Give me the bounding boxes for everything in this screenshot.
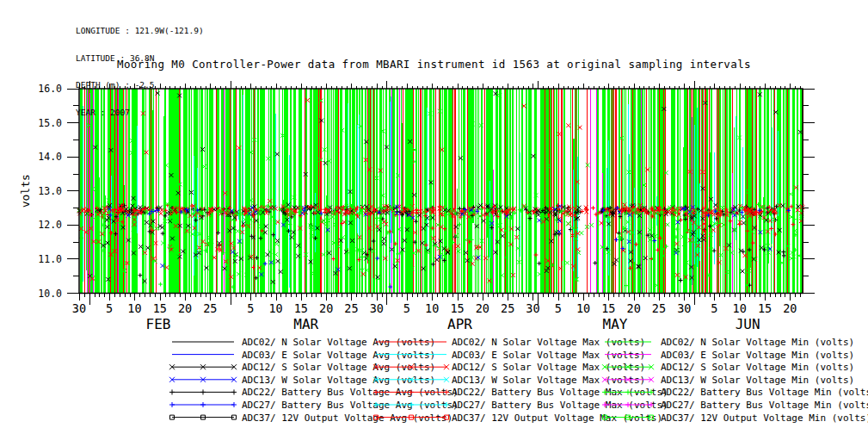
x-day-label: 30 bbox=[677, 301, 691, 315]
x-day-label: 20 bbox=[178, 301, 192, 315]
x-day-label: 15 bbox=[601, 301, 615, 315]
x-day-label: 30 bbox=[370, 301, 384, 315]
legend-entry-label: ADC12/ S Solar Voltage Min (volts) bbox=[661, 362, 854, 373]
x-month-label: MAY bbox=[603, 316, 628, 332]
x-month-label: APR bbox=[447, 316, 472, 332]
x-month-label: JUN bbox=[736, 316, 760, 332]
x-day-label: 25 bbox=[203, 301, 217, 315]
x-day-label: 15 bbox=[758, 301, 772, 315]
y-tick-label: 11.0 bbox=[38, 253, 62, 265]
x-day-label: 5 bbox=[555, 301, 562, 315]
x-month-label: MAR bbox=[293, 316, 318, 332]
y-tick-label: 15.0 bbox=[38, 117, 62, 129]
plot-screen: LONGITUDE : 121.9W(-121.9) LATITUDE : 36… bbox=[0, 0, 868, 434]
x-day-label: 10 bbox=[127, 301, 141, 315]
x-day-label: 15 bbox=[294, 301, 308, 315]
x-day-label: 20 bbox=[476, 301, 489, 315]
x-day-label: 10 bbox=[268, 301, 282, 315]
x-day-label: 10 bbox=[425, 301, 439, 315]
metadata-depth: DEPTH (m) : -2.5 bbox=[76, 81, 204, 90]
x-day-label: 15 bbox=[153, 301, 167, 315]
y-tick-label: 12.0 bbox=[38, 219, 62, 231]
y-tick-label: 16.0 bbox=[38, 83, 62, 95]
x-day-label: 5 bbox=[247, 301, 254, 315]
x-day-label: 5 bbox=[403, 301, 410, 315]
metadata-longitude: LONGITUDE : 121.9W(-121.9) bbox=[76, 27, 204, 36]
legend-entry-label: ADC02/ N Solar Voltage Min (volts) bbox=[661, 337, 854, 348]
legend-entry-label: ADC27/ Battery Bus Voltage Min (volts) bbox=[661, 400, 868, 411]
chart-title: Mooring M0 Controller-Power data from MB… bbox=[0, 58, 868, 71]
x-day-label: 20 bbox=[627, 301, 641, 315]
x-day-label: 5 bbox=[106, 301, 113, 315]
x-day-label: 10 bbox=[576, 301, 590, 315]
x-day-label: 20 bbox=[783, 301, 797, 315]
y-tick-label: 14.0 bbox=[38, 151, 62, 163]
metadata-year: YEAR : 2007 bbox=[76, 108, 204, 118]
x-day-label: 25 bbox=[344, 301, 358, 315]
y-tick-label: 10.0 bbox=[38, 288, 62, 300]
legend-entry-label: ADC37/ 12V Output Voltage Min (volts) bbox=[661, 412, 868, 424]
x-month-label: FEB bbox=[146, 316, 171, 332]
x-day-label: 5 bbox=[711, 301, 717, 315]
legend-entry-label: ADC13/ W Solar Voltage Min (volts) bbox=[661, 375, 854, 386]
x-day-label: 15 bbox=[450, 301, 464, 315]
x-day-label: 30 bbox=[72, 301, 86, 315]
y-tick-label: 13.0 bbox=[38, 185, 62, 197]
x-day-label: 25 bbox=[652, 301, 666, 315]
x-day-label: 10 bbox=[733, 301, 747, 315]
metadata-block: LONGITUDE : 121.9W(-121.9) LATITUDE : 36… bbox=[76, 9, 204, 135]
legend-entry-label: ADC03/ E Solar Voltage Min (volts) bbox=[661, 350, 854, 361]
x-day-label: 25 bbox=[501, 301, 514, 315]
legend-entry-label: ADC22/ Battery Bus Voltage Min (volts) bbox=[661, 387, 868, 398]
y-axis-label: volts bbox=[19, 174, 32, 208]
x-day-label: 20 bbox=[319, 301, 333, 315]
x-day-label: 30 bbox=[526, 301, 539, 315]
